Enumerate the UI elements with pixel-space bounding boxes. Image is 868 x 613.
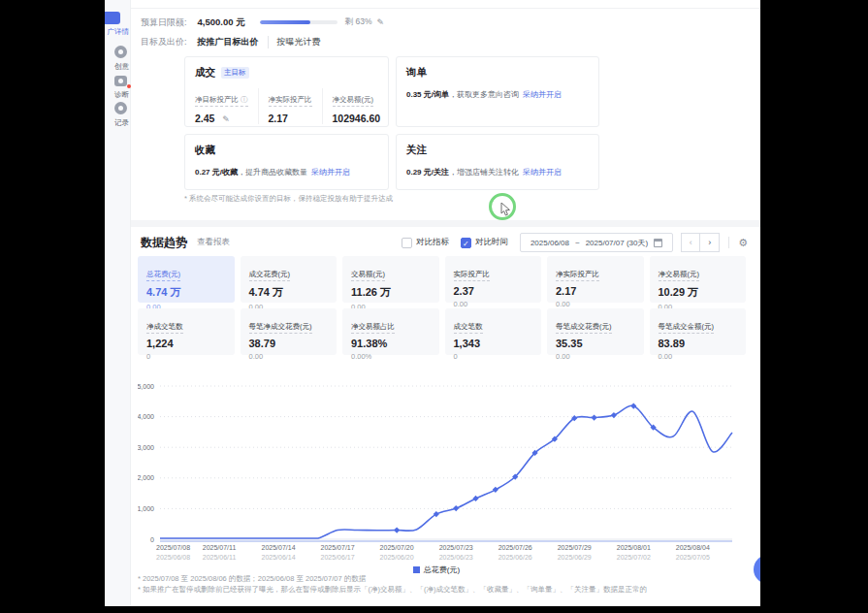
adopt-enable-link[interactable]: 采纳并开启 (523, 90, 562, 99)
metric-tile-deal-spend[interactable]: 成交花费(元) 4.74 万 0.00 (241, 256, 338, 303)
cursor-icon (500, 203, 511, 216)
trend-title: 数据趋势 (141, 235, 187, 251)
bidding-label: 目标及出价: (141, 36, 187, 48)
metric-tile-roi[interactable]: 实际投产比 2.37 0.00 (445, 256, 542, 303)
floating-action-pill[interactable] (754, 555, 760, 584)
bid-option-goal[interactable]: 按推广目标出价 (198, 36, 259, 48)
metric-tile-gmv[interactable]: 交易额(元) 11.26 万 0.00 (342, 256, 439, 303)
sidebar-item-details[interactable]: 广详情 (105, 12, 131, 37)
svg-text:4,000: 4,000 (138, 413, 154, 420)
svg-text:2025/06/26: 2025/06/26 (498, 554, 532, 561)
next-period-button[interactable]: › (700, 233, 720, 252)
svg-text:2025/07/14: 2025/07/14 (262, 544, 296, 551)
svg-text:2025/08/01: 2025/08/01 (617, 544, 651, 551)
goal-card-follow: 关注 0.29 元/关注，增强店铺关注转化采纳并开启 (396, 134, 599, 190)
compare-metric-checkbox[interactable] (402, 238, 412, 248)
metric-tile-net-gmv-ratio[interactable]: 净交易额占比 91.38% 0.00% (342, 308, 439, 355)
app-window: 广详情 创意 诊断 记录 预算日限额: 4,500.00 元 (105, 0, 760, 606)
metric-tile-total-spend[interactable]: 总花费(元) 4.74 万 0.00 (138, 256, 235, 303)
compare-time-checkbox[interactable]: ✓ (461, 238, 471, 248)
metric-tiles: 总花费(元) 4.74 万 0.00 成交花费(元) 4.74 万 0.00 交… (138, 256, 746, 355)
budget-progress-bar (260, 20, 338, 24)
svg-text:2025/06/29: 2025/06/29 (558, 554, 592, 561)
goal-card-desc: 0.35 元/询单，获取更多意向咨询采纳并开启 (406, 89, 589, 100)
metric-tile-net-orders[interactable]: 净成交笔数 1,224 0 (138, 308, 235, 355)
svg-text:2025/06/17: 2025/06/17 (321, 554, 355, 561)
sidebar-item-creative[interactable]: 创意 (105, 45, 131, 72)
goal-card-deal: 成交 主目标 净目标投产比ⓘ 2.45 ✎ 净实际投产比 2.17 净交易额(元… (184, 56, 389, 127)
trend-chart-svg: 01,0002,0003,0004,0005,0002025/07/082025… (138, 376, 749, 563)
svg-text:2025/06/11: 2025/06/11 (203, 554, 237, 561)
bid-option-exposure[interactable]: 按曝光计费 (268, 36, 321, 48)
svg-text:2025/07/08: 2025/07/08 (156, 544, 190, 551)
metric-tile-cost-per-order[interactable]: 每笔成交花费(元) 35.35 0.00 (547, 308, 644, 355)
budget-progress-fill (260, 20, 311, 24)
svg-text:1,000: 1,000 (138, 505, 154, 512)
goal-card-title: 询单 (406, 66, 427, 80)
svg-text:2025/06/14: 2025/06/14 (262, 554, 296, 561)
metric-value: 102946.60 (333, 113, 381, 124)
top-divider (131, 8, 760, 9)
svg-text:2025/07/11: 2025/07/11 (203, 544, 237, 551)
goal-note: * 系统会尽可能达成你设置的目标，保持稳定投放有助于提升达成 (184, 194, 393, 204)
legend-label: 总花费(元) (424, 565, 460, 575)
sidebar-item-label: 广详情 (105, 27, 131, 37)
chart-footnote-disclaimer: * 如果推广在暂停或删除前已经获得了曝光，那么在暂停或删除后显示「(净)交易额」… (138, 585, 647, 595)
sidebar-item-label: 创意 (105, 62, 131, 72)
metric-label: 净交易额(元) (333, 95, 374, 107)
sidebar-item-diagnosis[interactable]: 诊断 (105, 73, 131, 100)
goal-card-title: 成交 (195, 66, 215, 80)
budget-row: 预算日限额: 4,500.00 元 剩 63% ✎ (141, 16, 742, 29)
metric-label: 净实际投产比 (269, 95, 312, 107)
notification-dot (127, 84, 131, 88)
adopt-enable-link[interactable]: 采纳并开启 (311, 168, 350, 177)
chart-footnote-range: * 2025/07/08 至 2025/08/06 的数据；2025/06/08… (138, 574, 366, 584)
metric-tile-net-roi[interactable]: 净实际投产比 2.17 0.00 (547, 256, 644, 303)
gear-icon[interactable]: ⚙ (738, 237, 748, 249)
metric-tile-amount-per-order[interactable]: 每笔成交金额(元) 83.89 0.00 (650, 308, 747, 355)
adopt-enable-link[interactable]: 采纳并开启 (523, 168, 562, 177)
sidebar-item-records[interactable]: 记录 (105, 101, 131, 128)
click-highlight-ring (489, 193, 516, 220)
svg-text:2025/07/05: 2025/07/05 (676, 554, 710, 561)
svg-text:2025/07/20: 2025/07/20 (380, 544, 414, 551)
metric-label: 净目标投产比ⓘ (195, 95, 248, 107)
date-end: 2025/07/07 (30天) (586, 238, 649, 248)
info-icon[interactable]: ⓘ (241, 95, 248, 104)
goal-metric: 净实际投产比 2.17 (269, 88, 323, 124)
trend-header: 数据趋势 查看报表 对比指标 ✓ 对比时间 2025/06/08 ~ 2025/… (141, 233, 748, 252)
edit-roi-icon[interactable]: ✎ (222, 114, 230, 124)
date-range-picker[interactable]: 2025/06/08 ~ 2025/07/07 (30天) (520, 233, 673, 252)
compare-metric-label: 对比指标 (416, 237, 449, 248)
budget-remaining: 剩 63% (345, 16, 372, 28)
svg-text:2025/07/26: 2025/07/26 (498, 544, 532, 551)
svg-text:5,000: 5,000 (138, 383, 154, 390)
metric-tile-net-cost-per-order[interactable]: 每笔净成交花费(元) 38.79 0.00 (241, 308, 338, 355)
edit-budget-icon[interactable]: ✎ (377, 17, 385, 27)
svg-text:2025/07/23: 2025/07/23 (439, 544, 473, 551)
date-start: 2025/06/08 (530, 239, 569, 247)
prev-period-button[interactable]: ‹ (681, 233, 700, 252)
svg-text:0: 0 (150, 536, 154, 543)
svg-text:2,000: 2,000 (138, 474, 154, 481)
view-report-link[interactable]: 查看报表 (197, 237, 230, 248)
goal-card-title: 关注 (406, 144, 427, 157)
metric-value: 2.17 (269, 113, 312, 124)
creative-icon (114, 46, 127, 58)
goal-card-desc: 0.29 元/关注，增强店铺关注转化采纳并开启 (406, 167, 589, 177)
sidebar-item-label: 记录 (105, 118, 131, 128)
svg-text:2025/07/17: 2025/07/17 (321, 544, 355, 551)
budget-value: 4,500.00 元 (198, 16, 245, 29)
svg-text:2025/06/20: 2025/06/20 (380, 554, 414, 561)
trend-chart: 01,0002,0003,0004,0005,0002025/07/082025… (138, 376, 749, 563)
metric-tile-orders[interactable]: 成交笔数 1,343 0 (445, 308, 542, 355)
legend-swatch-icon (413, 566, 420, 573)
metric-tile-net-gmv[interactable]: 净交易额(元) 10.29 万 0.00 (650, 256, 747, 303)
goal-card-title: 收藏 (195, 144, 215, 157)
goal-card-inquiry: 询单 0.35 元/询单，获取更多意向咨询采纳并开启 (396, 56, 599, 127)
goal-card-desc: 0.27 元/收藏，提升商品收藏数量采纳并开启 (195, 167, 378, 177)
svg-text:2025/07/29: 2025/07/29 (558, 544, 592, 551)
svg-text:2025/08/04: 2025/08/04 (676, 544, 710, 551)
promotion-details-icon (105, 12, 120, 24)
diagnosis-icon (114, 76, 127, 86)
